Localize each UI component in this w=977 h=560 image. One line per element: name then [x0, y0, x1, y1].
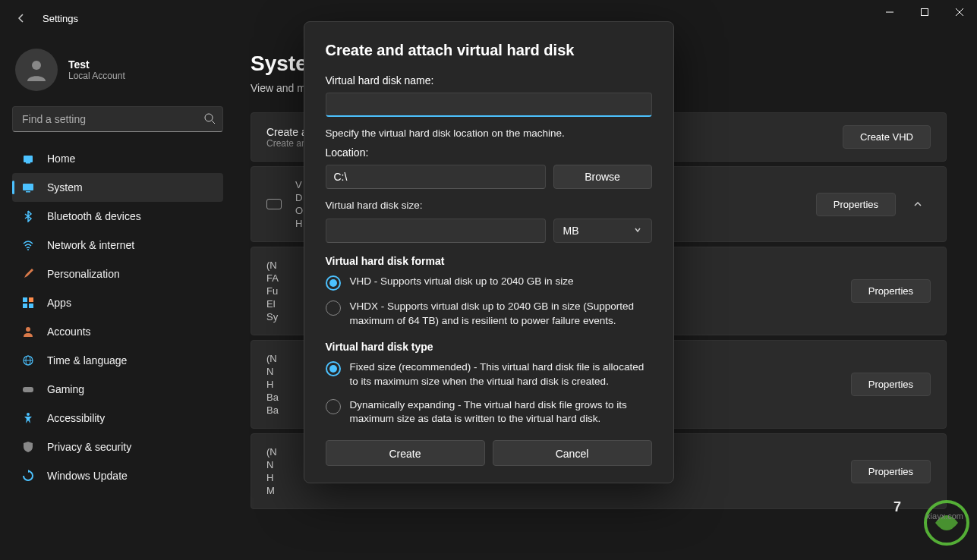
- create-vhd-dialog: Create and attach virtual hard disk Virt…: [304, 21, 674, 483]
- radio-icon: [326, 300, 341, 316]
- vhd-name-input[interactable]: [326, 93, 652, 117]
- create-button[interactable]: Create: [326, 440, 485, 466]
- type-option[interactable]: Fixed size (recommended) - This virtual …: [326, 360, 652, 389]
- radio-icon: [326, 275, 341, 291]
- location-label: Location:: [326, 146, 652, 159]
- radio-label: VHD - Supports virtual disk up to 2040 G…: [350, 275, 574, 289]
- vhd-name-label: Virtual hard disk name:: [326, 74, 652, 87]
- browse-button[interactable]: Browse: [553, 165, 652, 189]
- radio-label: Dynamically expanding - The virtual hard…: [350, 398, 652, 427]
- svg-text:7: 7: [893, 499, 901, 514]
- watermark: 7 xiayx.com: [863, 496, 969, 552]
- radio-icon: [326, 399, 341, 414]
- size-input[interactable]: [326, 219, 546, 243]
- type-option[interactable]: Dynamically expanding - The virtual hard…: [326, 398, 652, 427]
- size-unit-value: MB: [563, 225, 579, 237]
- type-heading: Virtual hard disk type: [326, 341, 652, 353]
- dialog-overlay: Create and attach virtual hard disk Virt…: [0, 0, 977, 560]
- format-heading: Virtual hard disk format: [326, 255, 652, 267]
- location-input[interactable]: [326, 165, 546, 189]
- size-label: Virtual hard disk size:: [326, 200, 652, 211]
- format-option[interactable]: VHDX - Supports virtual disk up to 2040 …: [326, 300, 652, 329]
- dialog-title: Create and attach virtual hard disk: [326, 42, 652, 59]
- radio-label: VHDX - Supports virtual disk up to 2040 …: [350, 300, 652, 329]
- radio-icon: [326, 361, 341, 376]
- chevron-down-icon: [633, 225, 642, 237]
- format-option[interactable]: VHD - Supports virtual disk up to 2040 G…: [326, 275, 652, 291]
- size-unit-select[interactable]: MB: [553, 219, 652, 243]
- svg-text:xiayx.com: xiayx.com: [926, 511, 963, 521]
- location-description: Specify the virtual hard disk location o…: [326, 127, 652, 139]
- radio-label: Fixed size (recommended) - This virtual …: [350, 360, 652, 389]
- cancel-button[interactable]: Cancel: [493, 440, 652, 466]
